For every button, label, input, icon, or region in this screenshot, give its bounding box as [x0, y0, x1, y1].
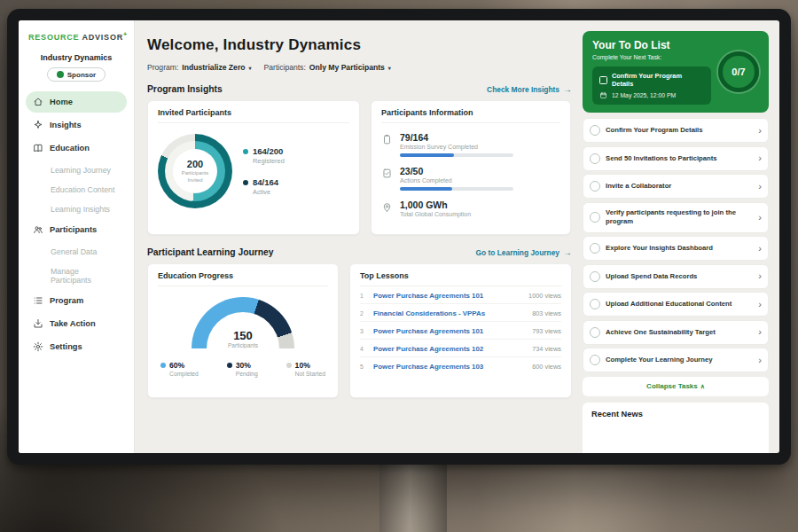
lesson-rank: 5	[360, 364, 367, 370]
sidebar-item-learning-journey[interactable]: Learning Journey	[26, 160, 127, 179]
lesson-views: 793 views	[532, 327, 561, 335]
task-item[interactable]: Verify participants requesting to join t…	[583, 202, 769, 233]
sidebar-item-program[interactable]: Program	[26, 290, 127, 311]
learning-journey-section-header: Participant Learning Journey Go to Learn…	[147, 247, 572, 257]
sidebar-item-take-action[interactable]: Take Action	[26, 313, 127, 334]
chevron-down-icon: ▾	[388, 65, 391, 71]
invited-participants-card: Invited Participants 200 Participants In…	[147, 100, 360, 235]
progress-bar	[400, 153, 513, 157]
sidebar-item-education[interactable]: Education	[26, 137, 127, 159]
legend-value: 10%	[295, 361, 325, 370]
go-to-learning-journey-link[interactable]: Go to Learning Journey →	[476, 247, 572, 257]
sidebar-item-home[interactable]: Home	[26, 91, 127, 113]
page-title: Welcome, Industry Dynamics	[147, 36, 572, 54]
task-checkbox-icon[interactable]	[590, 271, 600, 282]
link-label: Go to Learning Journey	[476, 248, 559, 257]
info-value: 1,000 GWh	[400, 200, 471, 210]
nav-label: Take Action	[50, 319, 96, 328]
task-item[interactable]: Upload Spend Data Records ›	[583, 264, 769, 289]
collapse-tasks-link[interactable]: Collapse Tasks∧	[583, 377, 769, 396]
sidebar-item-insights[interactable]: Insights	[26, 114, 127, 136]
section-title-learning-journey: Participant Learning Journey	[147, 247, 273, 257]
task-item[interactable]: Complete Your Learning Journey ›	[583, 348, 769, 372]
task-checkbox-icon[interactable]	[590, 181, 600, 192]
lesson-link[interactable]: Power Purchase Agreements 101	[373, 327, 526, 335]
top-lessons-card: Top Lessons 1 Power Purchase Agreements …	[349, 263, 572, 398]
info-row-survey: 79/164 Emission Survey Completed	[381, 132, 560, 157]
task-label: Upload Additional Educational Content	[606, 300, 753, 309]
gauge-value: 150	[192, 330, 294, 341]
participants-select[interactable]: Only My Participants ▾	[309, 63, 391, 72]
task-checkbox-icon[interactable]	[590, 299, 600, 309]
task-checkbox-icon[interactable]	[590, 243, 600, 254]
sidebar-item-settings[interactable]: Settings	[26, 336, 127, 357]
program-insights-section-header: Program Insights Check More Insights →	[147, 84, 572, 94]
todo-subtitle: Complete Your Next Task:	[592, 54, 711, 60]
chevron-right-icon: ›	[758, 356, 762, 365]
legend-dot-icon	[243, 149, 248, 154]
lesson-views: 803 views	[532, 309, 561, 317]
card-title: Education Progress	[158, 271, 328, 286]
next-task-card[interactable]: Confirm Your Program Details 12 May 2025…	[592, 66, 711, 105]
lesson-row: 2 Financial Considerations - VPPAs 803 v…	[360, 304, 561, 322]
todo-title: Your To Do List	[592, 39, 711, 51]
list-icon	[33, 295, 43, 306]
task-item[interactable]: Explore Your Insights Dashboard ›	[583, 236, 769, 261]
chevron-right-icon: ›	[758, 271, 762, 281]
task-item[interactable]: Invite a Collaborator ›	[583, 174, 769, 199]
brand-primary: RESOURCE	[28, 33, 79, 42]
task-list: Confirm Your Program Details › Send 50 I…	[583, 118, 769, 396]
legend-item-active: 84/164 Active	[243, 177, 285, 196]
task-checkbox-icon[interactable]	[590, 212, 600, 223]
home-icon	[33, 97, 43, 107]
info-progress-fill	[400, 153, 454, 157]
card-title: Invited Participants	[158, 108, 349, 123]
sidebar-item-learning-insights[interactable]: Learning Insights	[26, 200, 127, 218]
task-item[interactable]: Send 50 Invitations to Participants ›	[583, 146, 769, 171]
task-label: Complete Your Learning Journey	[606, 356, 753, 364]
lesson-row: 1 Power Purchase Agreements 101 1000 vie…	[360, 286, 561, 304]
legend-item-not-started: 10% Not Started	[286, 361, 325, 377]
check-more-insights-link[interactable]: Check More Insights →	[487, 84, 572, 94]
task-label: Achieve One Sustainability Target	[606, 328, 753, 337]
lesson-link[interactable]: Power Purchase Agreements 103	[373, 363, 526, 371]
book-icon	[33, 143, 43, 153]
chevron-right-icon: ›	[758, 126, 762, 136]
learning-journey-cards: Education Progress 150 Participants	[147, 263, 572, 398]
nav-label: Insights	[50, 121, 82, 129]
invited-legend: 164/200 Registered 84/164 Active	[243, 146, 285, 196]
lesson-link[interactable]: Power Purchase Agreements 102	[373, 345, 526, 353]
brand-plus: +	[123, 31, 128, 37]
task-label: Send 50 Invitations to Participants	[606, 154, 753, 163]
participants-filter: Participants: Only My Participants ▾	[264, 63, 391, 72]
chevron-right-icon: ›	[758, 327, 762, 337]
task-item[interactable]: Confirm Your Program Details ›	[583, 118, 769, 143]
program-select[interactable]: Industrialize Zero ▾	[182, 63, 251, 72]
sidebar-item-general-data[interactable]: General Data	[26, 242, 127, 261]
lesson-link[interactable]: Power Purchase Agreements 101	[373, 292, 522, 300]
sidebar-item-education-content[interactable]: Education Content	[26, 180, 127, 199]
lesson-link[interactable]: Financial Considerations - VPPAs	[373, 309, 526, 317]
sidebar-item-participants[interactable]: Participants	[26, 219, 127, 240]
task-item[interactable]: Achieve One Sustainability Target ›	[583, 320, 769, 345]
task-item[interactable]: Upload Additional Educational Content ›	[583, 292, 769, 317]
invited-donut-center: 200 Participants Invited	[173, 149, 217, 193]
sidebar-item-manage-participants[interactable]: Manage Participants	[26, 262, 127, 289]
task-checkbox-icon[interactable]	[590, 125, 600, 136]
lesson-rank: 2	[360, 310, 367, 317]
task-checkbox-icon[interactable]	[590, 355, 600, 365]
invited-total: 200	[187, 159, 203, 169]
nav-label: Settings	[50, 342, 82, 351]
monitor-bezel: RESOURCE ADVISOR+ Industry Dynamics Spon…	[7, 9, 791, 465]
download-action-icon	[33, 318, 43, 329]
task-checkbox-icon[interactable]	[590, 153, 600, 164]
recent-news-card: Recent News	[583, 403, 769, 454]
education-progress-card: Education Progress 150 Participants	[147, 263, 339, 398]
lesson-views: 600 views	[532, 363, 561, 371]
legend-dot-icon	[243, 180, 248, 185]
app-logo: RESOURCE ADVISOR+	[19, 31, 134, 42]
task-checkbox-icon[interactable]	[590, 327, 600, 338]
sponsor-badge[interactable]: Sponsor	[47, 67, 106, 82]
info-label: Actions Completed	[400, 177, 513, 184]
chevron-right-icon: ›	[758, 213, 762, 223]
